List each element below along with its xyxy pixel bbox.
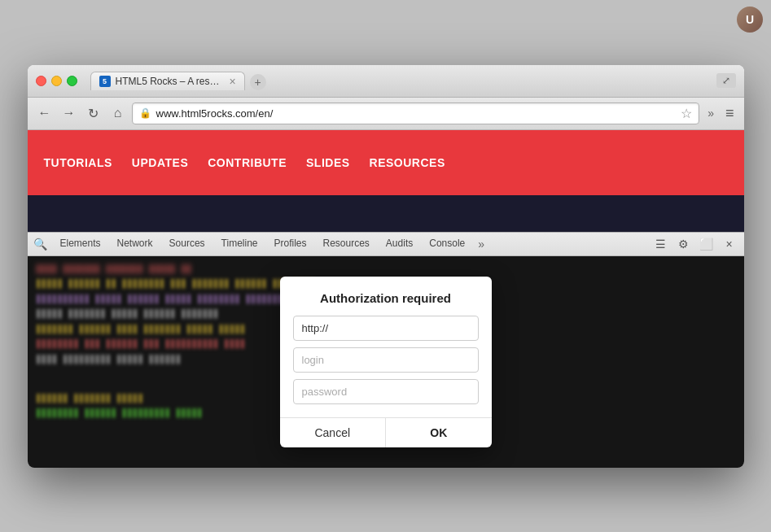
nav-contribute[interactable]: CONTRIBUTE [208, 156, 287, 169]
auth-dialog-footer: Cancel OK [280, 417, 492, 447]
auth-dialog-header: Authorization required [280, 277, 492, 316]
minimize-button[interactable] [51, 76, 62, 86]
devtools-content: ▌▌▌▌ ▌▌▌▌▌▌▌ ▌▌▌▌▌▌▌ ▌▌▌▌▌ ▌▌ ▌▌▌▌▌ ▌▌▌▌… [28, 256, 744, 468]
traffic-lights [36, 76, 77, 86]
address-text: www.html5rocks.com/en/ [156, 107, 677, 120]
auth-dialog-body [280, 316, 492, 411]
tab-close-button[interactable]: × [230, 76, 236, 87]
devtools-close-icon[interactable]: × [720, 234, 739, 254]
auth-ok-button[interactable]: OK [385, 418, 492, 447]
nav-updates[interactable]: UPDATES [132, 156, 188, 169]
refresh-button[interactable]: ↻ [83, 102, 104, 124]
auth-login-input[interactable] [293, 347, 479, 373]
modal-overlay: Authorization required Cancel OK [28, 256, 744, 468]
tab-resources[interactable]: Resources [315, 233, 378, 255]
auth-dialog: Authorization required Cancel OK [280, 277, 492, 447]
tab-title: HTML5 Rocks – A resource… [116, 76, 221, 87]
fullscreen-icon[interactable]: ⤢ [716, 73, 736, 88]
devtools-dock-icon[interactable]: ⬜ [697, 234, 716, 254]
auth-cancel-button[interactable]: Cancel [280, 418, 386, 447]
devtools-search-icon[interactable]: 🔍 [33, 236, 49, 252]
forward-button[interactable]: → [59, 102, 80, 124]
browser-tab[interactable]: 5 HTML5 Rocks – A resource… × [90, 72, 245, 90]
address-lock-icon: 🔒 [139, 107, 151, 119]
website-header: TUTORIALS UPDATES CONTRIBUTE SLIDES RESO… [28, 130, 744, 195]
devtools-tab-overflow[interactable]: » [473, 234, 489, 254]
nav-overflow-button[interactable]: » [703, 105, 719, 121]
address-bar[interactable]: 🔒 www.html5rocks.com/en/ ☆ [132, 102, 700, 124]
auth-dialog-title: Authorization required [320, 291, 451, 305]
browser-window: 5 HTML5 Rocks – A resource… × + ⤢ U ← → … [28, 65, 744, 468]
nav-resources[interactable]: RESOURCES [370, 156, 445, 169]
bookmark-star-icon[interactable]: ☆ [681, 106, 692, 121]
window-controls: ⤢ [716, 73, 736, 88]
tab-audits[interactable]: Audits [378, 233, 421, 255]
devtools-controls: ☰ ⚙ ⬜ × [651, 234, 739, 254]
tab-profiles[interactable]: Profiles [265, 233, 314, 255]
close-button[interactable] [36, 76, 46, 86]
title-bar: 5 HTML5 Rocks – A resource… × + ⤢ U [28, 65, 744, 98]
auth-password-input[interactable] [293, 379, 479, 404]
tab-favicon: 5 [99, 76, 111, 87]
website-dark-section [28, 195, 744, 232]
tab-sources[interactable]: Sources [161, 233, 213, 255]
tab-timeline[interactable]: Timeline [213, 233, 266, 255]
nav-tutorials[interactable]: TUTORIALS [44, 156, 112, 169]
devtools-panel: 🔍 Elements Network Sources Timeline Prof… [28, 232, 744, 468]
tab-console[interactable]: Console [421, 233, 473, 255]
auth-url-input[interactable] [293, 316, 479, 341]
new-tab-button[interactable]: + [250, 74, 266, 90]
back-button[interactable]: ← [34, 102, 55, 124]
tab-network[interactable]: Network [109, 233, 161, 255]
tab-elements[interactable]: Elements [52, 233, 109, 255]
home-button[interactable]: ⌂ [107, 102, 129, 124]
nav-menu-button[interactable]: ≡ [722, 103, 738, 124]
devtools-tab-bar: 🔍 Elements Network Sources Timeline Prof… [28, 233, 744, 256]
tab-bar: 5 HTML5 Rocks – A resource… × + [90, 72, 710, 90]
devtools-settings-icon[interactable]: ⚙ [674, 234, 694, 254]
nav-bar: ← → ↻ ⌂ 🔒 www.html5rocks.com/en/ ☆ » ≡ [28, 98, 744, 130]
devtools-stack-icon[interactable]: ☰ [651, 234, 671, 254]
maximize-button[interactable] [67, 76, 77, 86]
nav-slides[interactable]: SLIDES [306, 156, 350, 169]
